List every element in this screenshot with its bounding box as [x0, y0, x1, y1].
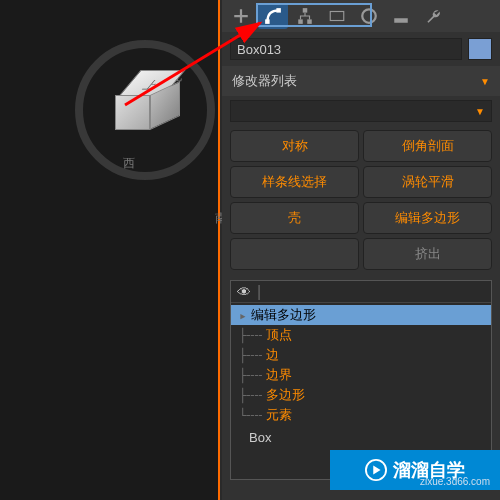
svg-rect-7 — [394, 18, 408, 23]
watermark: 溜溜自学 zixue.3d66.com — [330, 450, 500, 490]
svg-rect-3 — [298, 19, 303, 24]
viewport[interactable]: 北 南 西 上 — [0, 0, 220, 500]
command-panel: 修改器列表 ▼ ▼ 对称 倒角剖面 样条线选择 涡轮平滑 壳 编辑多边形 挤出 … — [222, 0, 500, 500]
blurred-button[interactable] — [230, 238, 359, 270]
stack-item-border[interactable]: ├╌╌边界 — [231, 365, 491, 385]
chevron-down-icon: ▼ — [475, 106, 485, 117]
svg-rect-5 — [330, 12, 344, 21]
modify-tab[interactable] — [258, 3, 288, 29]
display-tab[interactable] — [354, 3, 384, 29]
spline-select-button[interactable]: 样条线选择 — [230, 166, 359, 198]
compass-west: 西 — [123, 155, 135, 172]
modifier-list-label: 修改器列表 — [232, 72, 297, 90]
object-color-swatch[interactable] — [468, 38, 492, 60]
viewcube[interactable]: 上 — [110, 70, 170, 130]
svg-point-6 — [362, 9, 376, 23]
chevron-down-icon: ▼ — [480, 76, 490, 87]
turbosmooth-button[interactable]: 涡轮平滑 — [363, 166, 492, 198]
object-name-input[interactable] — [230, 38, 462, 60]
eye-icon[interactable]: 👁 — [237, 284, 251, 300]
object-name-row — [222, 32, 500, 66]
chamfer-button[interactable]: 倒角剖面 — [363, 130, 492, 162]
stack-item-element[interactable]: └╌╌元素 — [231, 405, 491, 425]
panel-tabs — [222, 0, 500, 32]
svg-rect-0 — [265, 19, 270, 24]
viewcube-container: 北 南 西 上 — [75, 40, 215, 180]
hierarchy-tab[interactable] — [290, 3, 320, 29]
wrench-tab[interactable] — [418, 3, 448, 29]
stack-item-base[interactable]: Box — [231, 429, 491, 446]
utilities-tab[interactable] — [386, 3, 416, 29]
svg-rect-1 — [276, 8, 281, 13]
modifier-buttons: 对称 倒角剖面 样条线选择 涡轮平滑 壳 编辑多边形 挤出 — [222, 126, 500, 274]
modifier-list-header[interactable]: 修改器列表 ▼ — [222, 66, 500, 96]
stack-item-vertex[interactable]: ├╌╌顶点 — [231, 325, 491, 345]
symmetry-button[interactable]: 对称 — [230, 130, 359, 162]
modifier-dropdown[interactable]: ▼ — [230, 100, 492, 122]
stack-item-editpoly[interactable]: ▸ 编辑多边形 — [231, 305, 491, 325]
svg-rect-2 — [303, 8, 308, 13]
motion-tab[interactable] — [322, 3, 352, 29]
svg-rect-4 — [307, 19, 312, 24]
create-tab[interactable] — [226, 3, 256, 29]
play-icon — [365, 459, 387, 481]
stack-list: ▸ 编辑多边形 ├╌╌顶点 ├╌╌边 ├╌╌边界 ├╌╌多边形 └╌╌元素 Bo… — [231, 303, 491, 448]
shell-button[interactable]: 壳 — [230, 202, 359, 234]
cube-front-face[interactable] — [115, 95, 150, 130]
extrude-button[interactable]: 挤出 — [363, 238, 492, 270]
stack-item-edge[interactable]: ├╌╌边 — [231, 345, 491, 365]
separator: | — [257, 283, 261, 301]
stack-header: 👁 | — [231, 281, 491, 303]
edit-poly-button[interactable]: 编辑多边形 — [363, 202, 492, 234]
stack-item-polygon[interactable]: ├╌╌多边形 — [231, 385, 491, 405]
